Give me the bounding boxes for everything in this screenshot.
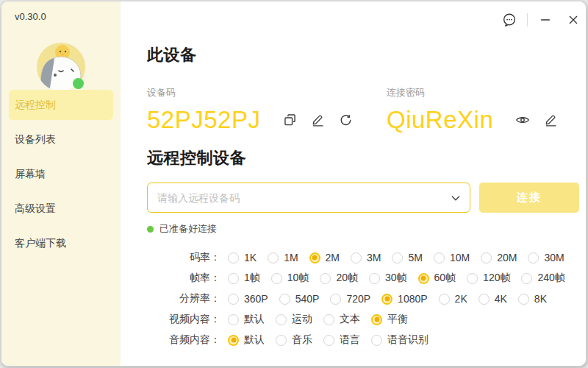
avatar[interactable]: [37, 43, 85, 91]
sidebar-item[interactable]: 远程控制: [9, 90, 113, 120]
radio-label: 720P: [346, 293, 370, 305]
sidebar-item[interactable]: 屏幕墙: [9, 159, 113, 189]
radio-label: 默认: [244, 333, 265, 347]
radio-label: 音乐: [292, 333, 312, 347]
password-label: 连接密码: [387, 86, 579, 99]
radio-icon: [521, 273, 532, 284]
radio-icon: [276, 335, 287, 346]
radio-label: 2K: [455, 293, 467, 305]
edit-icon[interactable]: [542, 111, 559, 129]
radio-option[interactable]: 240帧: [521, 272, 564, 285]
minimize-icon[interactable]: [535, 10, 556, 29]
radio-label: 540P: [295, 293, 320, 305]
remote-code-input[interactable]: [147, 183, 470, 213]
radio-option[interactable]: 720P: [330, 293, 370, 305]
radio-icon: [467, 273, 478, 284]
device-code-value: 52PJ52PJ: [147, 106, 260, 134]
option-row: 音频内容：默认音乐语言语音识别: [169, 330, 579, 350]
radio-label: 2M: [326, 252, 340, 263]
radio-option[interactable]: 文本: [323, 313, 360, 326]
radio-option[interactable]: 运动: [276, 313, 312, 326]
radio-label: 5M: [408, 252, 422, 263]
radio-icon: [320, 273, 331, 284]
radio-label: 30帧: [385, 272, 407, 285]
feedback-chat-icon[interactable]: [499, 10, 520, 29]
radio-option[interactable]: 平衡: [371, 313, 408, 326]
radio-option[interactable]: 10帧: [271, 272, 309, 285]
eye-icon[interactable]: [514, 111, 531, 129]
radio-icon: [228, 273, 239, 284]
radio-option[interactable]: 20M: [481, 252, 517, 263]
radio-selected-icon: [418, 273, 429, 284]
status-text: 已准备好连接: [159, 222, 217, 236]
radio-option[interactable]: 10M: [434, 252, 470, 263]
radio-label: 3M: [367, 252, 381, 263]
option-row-label: 音频内容：: [169, 333, 220, 347]
radio-option[interactable]: 60帧: [418, 272, 456, 285]
radio-option[interactable]: 默认: [228, 333, 265, 347]
radio-icon: [228, 314, 239, 325]
radio-icon: [528, 252, 539, 263]
radio-option[interactable]: 4K: [478, 293, 507, 305]
radio-option[interactable]: 音乐: [276, 333, 312, 347]
radio-icon: [351, 252, 362, 263]
radio-icon: [518, 294, 529, 305]
copy-icon[interactable]: [281, 111, 298, 129]
titlebar-controls: [499, 10, 584, 29]
radio-icon: [279, 294, 290, 305]
radio-option[interactable]: 1帧: [228, 272, 260, 285]
radio-option[interactable]: 120帧: [467, 272, 510, 285]
edit-icon[interactable]: [309, 111, 326, 129]
radio-option[interactable]: 2M: [309, 252, 340, 263]
remote-control-title: 远程控制设备: [147, 147, 579, 169]
radio-icon: [434, 252, 445, 263]
radio-option[interactable]: 8K: [518, 293, 547, 305]
radio-label: 平衡: [387, 313, 408, 326]
radio-option[interactable]: 30帧: [369, 272, 407, 285]
radio-label: 运动: [292, 313, 312, 326]
radio-option[interactable]: 1M: [268, 252, 298, 263]
option-choices: 1帧10帧20帧30帧60帧120帧240帧: [228, 272, 565, 285]
radio-option[interactable]: 5M: [392, 252, 422, 263]
sidebar-item[interactable]: 客户端下载: [9, 228, 113, 258]
radio-option[interactable]: 1080P: [381, 293, 427, 305]
radio-label: 1080P: [398, 293, 427, 305]
radio-option[interactable]: 1K: [228, 252, 257, 263]
connect-button[interactable]: 连接: [479, 183, 579, 213]
radio-icon: [439, 294, 450, 305]
option-row-label: 视频内容：: [169, 313, 220, 326]
remote-code-input-wrap: [147, 183, 470, 213]
sidebar-item[interactable]: 设备列表: [9, 124, 113, 155]
radio-label: 60帧: [434, 272, 456, 285]
radio-option[interactable]: 默认: [228, 313, 265, 326]
radio-icon: [371, 335, 382, 346]
radio-option[interactable]: 540P: [279, 293, 320, 305]
radio-icon: [271, 273, 282, 284]
radio-option[interactable]: 语音识别: [371, 333, 429, 347]
radio-option[interactable]: 30M: [528, 252, 564, 263]
radio-option[interactable]: 3M: [351, 252, 381, 263]
option-choices: 默认运动文本平衡: [228, 313, 408, 326]
radio-option[interactable]: 2K: [439, 293, 467, 305]
main-panel: 此设备 设备码 连接密码 52PJ52PJ: [121, 1, 587, 366]
radio-option[interactable]: 语言: [323, 333, 360, 347]
chevron-down-icon[interactable]: [450, 192, 462, 204]
option-choices: 360P540P720P1080P2K4K8K: [228, 293, 547, 305]
radio-label: 4K: [495, 293, 507, 305]
close-icon[interactable]: [563, 10, 584, 29]
radio-icon: [478, 294, 490, 305]
radio-icon: [369, 273, 380, 284]
password-value: QiuReXin: [387, 106, 493, 134]
radio-icon: [481, 252, 492, 263]
device-code-label: 设备码: [147, 86, 387, 99]
app-window: v0.30.0 远程控制设备列表屏幕墙高级设置客户端下载: [1, 1, 587, 367]
sidebar-item[interactable]: 高级设置: [9, 194, 113, 224]
radio-icon: [330, 294, 341, 305]
refresh-icon[interactable]: [337, 111, 354, 129]
radio-option[interactable]: 20帧: [320, 272, 358, 285]
radio-label: 240帧: [537, 272, 564, 285]
radio-option[interactable]: 360P: [228, 293, 268, 305]
radio-label: 30M: [544, 252, 564, 263]
radio-selected-icon: [309, 252, 320, 263]
titlebar-divider: [527, 13, 528, 26]
